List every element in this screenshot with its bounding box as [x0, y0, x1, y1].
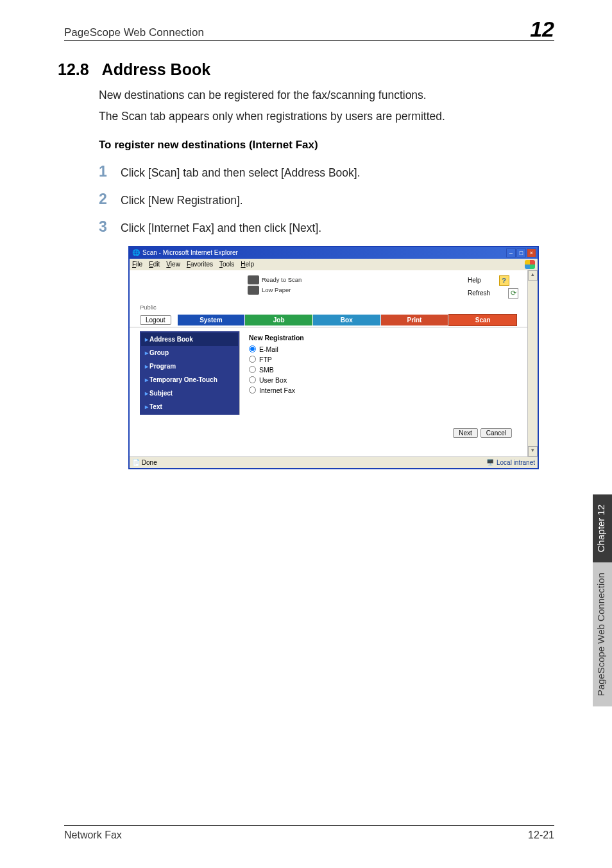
sidebar-item-label: Text [149, 403, 162, 410]
paragraph-1: New destinations can be registered for t… [99, 88, 554, 103]
step-2: 2 Click [New Registration]. [99, 191, 554, 208]
step-1-text: Click [Scan] tab and then select [Addres… [121, 166, 361, 180]
sidebar-item-label: Address Book [149, 336, 193, 343]
radio-ftp-label: FTP [259, 356, 272, 363]
step-2-number: 2 [99, 191, 121, 208]
logout-button[interactable]: Logout [140, 315, 171, 325]
radio-internetfax-input[interactable] [249, 386, 256, 394]
help-link[interactable]: Help [468, 277, 481, 284]
sidebar-item-label: Subject [149, 390, 173, 397]
header-title: PageScope Web Connection [64, 26, 204, 39]
status-done: Done [142, 459, 157, 466]
side-tab-chapter: Chapter 12 [593, 494, 612, 562]
page-footer: Network Fax 12-21 [64, 825, 554, 841]
section-title-text: Address Book [102, 60, 210, 78]
radio-smb-input[interactable] [249, 366, 256, 373]
radio-userbox[interactable]: User Box [249, 375, 517, 385]
radio-email-input[interactable] [249, 345, 256, 352]
menu-help[interactable]: Help [241, 261, 254, 268]
tab-print[interactable]: Print [381, 315, 449, 326]
page-icon: 📄 [132, 459, 140, 466]
scrollbar[interactable]: ▴ ▾ [527, 270, 538, 456]
tab-system[interactable]: System [178, 315, 246, 326]
tab-job[interactable]: Job [245, 315, 313, 326]
caret-icon: ▸ [145, 390, 148, 397]
scrollbar-track[interactable] [528, 281, 538, 446]
form-title: New Registration [249, 334, 517, 342]
step-1-number: 1 [99, 163, 121, 180]
side-tab: Chapter 12 PageScope Web Connection [593, 494, 612, 707]
status-zone: Local intranet [497, 459, 535, 466]
help-icon[interactable]: ? [499, 275, 509, 286]
refresh-link[interactable]: Refresh [468, 290, 490, 297]
sidebar-item-subject[interactable]: ▸Subject [141, 386, 238, 400]
sidebar-item-group[interactable]: ▸Group [141, 346, 238, 360]
page-header: PageScope Web Connection 12 [64, 19, 554, 41]
close-button[interactable]: × [527, 248, 536, 257]
step-3-number: 3 [99, 218, 121, 236]
menu-favorites[interactable]: Favorites [187, 261, 213, 268]
window-titlebar: 🌐 Scan - Microsoft Internet Explorer – □… [130, 247, 538, 259]
step-1: 1 Click [Scan] tab and then select [Addr… [99, 163, 554, 180]
radio-email[interactable]: E-Mail [249, 344, 517, 354]
menu-edit[interactable]: Edit [149, 261, 160, 268]
sidebar-item-text[interactable]: ▸Text [141, 400, 238, 413]
radio-internetfax-label: Internet Fax [259, 386, 295, 394]
printer-status: Ready to Scan Low Paper [248, 275, 302, 299]
menu-file[interactable]: File [132, 261, 142, 268]
radio-ftp[interactable]: FTP [249, 354, 517, 365]
menu-view[interactable]: View [166, 261, 180, 268]
step-3: 3 Click [Internet Fax] and then click [N… [99, 218, 554, 236]
step-3-text: Click [Internet Fax] and then click [Nex… [121, 221, 321, 235]
public-label: Public [140, 304, 527, 311]
windows-logo-icon [525, 260, 535, 269]
side-tab-section: PageScope Web Connection [593, 562, 612, 706]
scroll-down-button[interactable]: ▾ [528, 446, 538, 456]
section-number: 12.8 [58, 60, 89, 78]
sub-heading: To register new destinations (Internet F… [99, 139, 554, 152]
scroll-up-button[interactable]: ▴ [528, 270, 538, 281]
sidebar-item-label: Temporary One-Touch [149, 376, 217, 383]
caret-icon: ▸ [145, 403, 148, 410]
caret-icon: ▸ [145, 363, 148, 370]
tab-scan[interactable]: Scan [448, 314, 517, 326]
ie-icon: 🌐 [132, 249, 140, 256]
section-heading: 12.8 Address Book [58, 60, 554, 79]
sidebar-item-program[interactable]: ▸Program [141, 360, 238, 373]
cancel-button[interactable]: Cancel [480, 428, 512, 438]
radio-ftp-input[interactable] [249, 356, 256, 363]
next-button[interactable]: Next [453, 428, 478, 438]
caret-icon: ▸ [145, 336, 148, 343]
footer-right: 12-21 [528, 829, 554, 841]
paragraph-2: The Scan tab appears only when registrat… [99, 109, 554, 125]
radio-userbox-input[interactable] [249, 376, 256, 383]
tab-box[interactable]: Box [313, 315, 381, 326]
printer-status-line2: Low Paper [262, 286, 291, 293]
paper-icon [248, 286, 259, 295]
caret-icon: ▸ [145, 349, 148, 356]
sidebar-item-label: Program [149, 363, 176, 370]
sidebar-item-address-book[interactable]: ▸Address Book [141, 333, 238, 346]
statusbar: 📄 Done 🖥️Local intranet [130, 456, 538, 468]
radio-email-label: E-Mail [259, 345, 278, 353]
radio-smb[interactable]: SMB [249, 365, 517, 375]
footer-left: Network Fax [64, 829, 122, 841]
printer-icon [248, 275, 259, 284]
intranet-icon: 🖥️ [486, 459, 494, 466]
minimize-button[interactable]: – [506, 248, 516, 257]
radio-internetfax[interactable]: Internet Fax [249, 385, 517, 395]
sidebar-item-temporary[interactable]: ▸Temporary One-Touch [141, 373, 238, 386]
refresh-icon[interactable]: ⟳ [508, 288, 518, 299]
window-title: Scan - Microsoft Internet Explorer [142, 249, 238, 256]
browser-window: 🌐 Scan - Microsoft Internet Explorer – □… [128, 246, 539, 469]
form-new-registration: New Registration E-Mail FTP SMB User Box… [239, 331, 517, 415]
menu-tools[interactable]: Tools [219, 261, 234, 268]
printer-status-line1: Ready to Scan [262, 276, 302, 283]
radio-smb-label: SMB [259, 366, 274, 374]
sidebar-item-label: Group [149, 349, 169, 356]
radio-userbox-label: User Box [259, 376, 287, 384]
window-menubar: File Edit View Favorites Tools Help [130, 259, 538, 270]
sidebar: ▸Address Book ▸Group ▸Program ▸Temporary… [140, 331, 239, 415]
maximize-button[interactable]: □ [516, 248, 526, 257]
caret-icon: ▸ [145, 376, 148, 383]
